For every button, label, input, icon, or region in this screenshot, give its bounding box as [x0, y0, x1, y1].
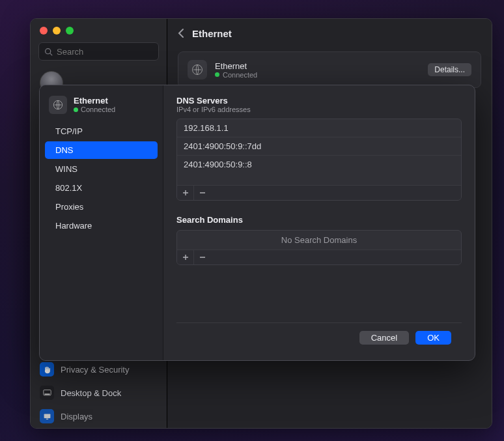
- add-dns-button[interactable]: [177, 186, 194, 200]
- dns-servers-title: DNS Servers: [176, 96, 462, 106]
- status-dot-icon: [74, 107, 78, 112]
- service-status: Connected: [215, 71, 420, 79]
- dock-icon: [40, 386, 54, 400]
- close-window-button[interactable]: [40, 27, 48, 35]
- network-details-sheet: Ethernet Connected TCP/IPDNSWINS802.1XPr…: [39, 85, 475, 361]
- sheet-service-header: Ethernet Connected: [40, 93, 163, 122]
- search-domains-title: Search Domains: [176, 215, 462, 225]
- back-button[interactable]: [178, 28, 184, 38]
- sheet-tab-hardware[interactable]: Hardware: [45, 217, 158, 235]
- search-input[interactable]: [57, 47, 166, 57]
- details-button[interactable]: Details...: [428, 63, 471, 76]
- dns-server-row[interactable]: 192.168.1.1: [177, 119, 461, 137]
- ethernet-icon: [49, 96, 67, 114]
- sidebar-item-desktop-dock[interactable]: Desktop & Dock: [31, 381, 167, 405]
- page-title: Ethernet: [192, 28, 232, 39]
- dns-list-footer: [177, 185, 461, 200]
- sheet-service-status: Connected: [74, 106, 115, 113]
- sidebar-item-privacy-security[interactable]: Privacy & Security: [31, 358, 167, 381]
- status-dot-icon: [215, 72, 219, 77]
- search-domains-list[interactable]: No Search Domains: [176, 230, 462, 265]
- sheet-tab-8021x[interactable]: 802.1X: [45, 179, 158, 197]
- zoom-window-button[interactable]: [66, 27, 74, 35]
- dns-server-row[interactable]: 2401:4900:50:9::7dd: [177, 137, 461, 156]
- sheet-service-name: Ethernet: [74, 96, 115, 106]
- sheet-sidebar: Ethernet Connected TCP/IPDNSWINS802.1XPr…: [40, 85, 163, 360]
- sheet-tab-proxies[interactable]: Proxies: [45, 198, 158, 216]
- sidebar-item-label: Privacy & Security: [61, 365, 129, 375]
- sidebar-item-displays[interactable]: Displays: [31, 405, 167, 428]
- svg-rect-3: [44, 393, 49, 395]
- search-domains-empty: No Search Domains: [177, 231, 461, 249]
- ok-button[interactable]: OK: [415, 331, 451, 345]
- ethernet-icon: [188, 60, 207, 79]
- sheet-tab-dns[interactable]: DNS: [45, 141, 158, 159]
- dns-servers-list[interactable]: 192.168.1.12401:4900:50:9::7dd2401:4900:…: [176, 119, 462, 201]
- search-icon: [44, 48, 53, 56]
- sheet-button-row: Cancel OK: [176, 322, 462, 352]
- svg-rect-4: [44, 414, 50, 418]
- sheet-main: DNS Servers IPv4 or IPv6 addresses 192.1…: [163, 85, 475, 360]
- search-domains-footer: [177, 249, 461, 264]
- display-icon: [40, 409, 54, 423]
- sidebar-item-label: Desktop & Dock: [61, 388, 121, 398]
- remove-dns-button[interactable]: [194, 186, 211, 200]
- sidebar-item-label: Displays: [61, 412, 92, 421]
- main-header: Ethernet: [167, 19, 492, 48]
- dns-server-row[interactable]: 2401:4900:50:9::8: [177, 156, 461, 173]
- remove-search-domain-button[interactable]: [194, 250, 211, 264]
- network-service-card: Ethernet Connected Details...: [178, 51, 481, 88]
- sheet-service-status-text: Connected: [81, 106, 115, 113]
- window-controls: [31, 19, 167, 40]
- svg-rect-5: [46, 418, 48, 419]
- sheet-tabs: TCP/IPDNSWINS802.1XProxiesHardware: [40, 122, 163, 235]
- dns-servers-subtitle: IPv4 or IPv6 addresses: [176, 106, 462, 113]
- sheet-tab-tcpip[interactable]: TCP/IP: [45, 122, 158, 140]
- svg-point-0: [46, 48, 51, 53]
- add-search-domain-button[interactable]: [177, 250, 194, 264]
- hand-icon: [40, 362, 54, 377]
- service-name: Ethernet: [215, 61, 420, 71]
- cancel-button[interactable]: Cancel: [359, 331, 409, 345]
- search-field[interactable]: [38, 42, 159, 61]
- sheet-tab-wins[interactable]: WINS: [45, 160, 158, 178]
- minimize-window-button[interactable]: [53, 27, 61, 35]
- service-status-text: Connected: [223, 71, 257, 79]
- svg-line-1: [50, 53, 52, 55]
